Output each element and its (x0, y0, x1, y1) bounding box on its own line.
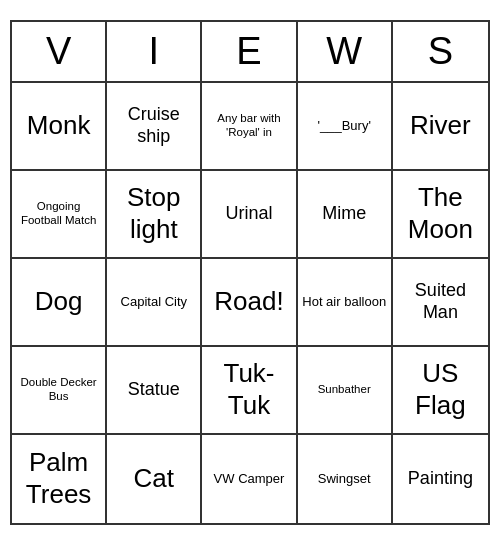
bingo-cell-0: Monk (12, 83, 107, 171)
bingo-cell-text-23: Swingset (318, 471, 371, 487)
bingo-cell-6: Stop light (107, 171, 202, 259)
header-letter-e: E (202, 22, 297, 81)
bingo-cell-text-14: Suited Man (397, 280, 484, 323)
header-letter-i: I (107, 22, 202, 81)
bingo-cell-text-6: Stop light (111, 182, 196, 244)
bingo-cell-4: River (393, 83, 488, 171)
bingo-cell-text-18: Sunbather (318, 383, 371, 397)
bingo-cell-5: Ongoing Football Match (12, 171, 107, 259)
bingo-cell-21: Cat (107, 435, 202, 523)
bingo-cell-text-11: Capital City (121, 294, 187, 310)
bingo-cell-text-5: Ongoing Football Match (16, 200, 101, 228)
bingo-cell-19: US Flag (393, 347, 488, 435)
bingo-cell-8: Mime (298, 171, 393, 259)
bingo-card: VIEWS MonkCruise shipAny bar with 'Royal… (10, 20, 490, 525)
bingo-cell-text-13: Hot air balloon (302, 294, 386, 310)
bingo-cell-text-19: US Flag (397, 358, 484, 420)
bingo-cell-text-15: Double Decker Bus (16, 376, 101, 404)
header-letter-v: V (12, 22, 107, 81)
bingo-cell-text-24: Painting (408, 468, 473, 490)
bingo-cell-22: VW Camper (202, 435, 297, 523)
bingo-cell-13: Hot air balloon (298, 259, 393, 347)
bingo-cell-text-21: Cat (134, 463, 174, 494)
bingo-cell-20: Palm Trees (12, 435, 107, 523)
bingo-cell-14: Suited Man (393, 259, 488, 347)
bingo-cell-text-2: Any bar with 'Royal' in (206, 112, 291, 140)
bingo-cell-11: Capital City (107, 259, 202, 347)
bingo-cell-text-12: Road! (214, 286, 283, 317)
bingo-cell-text-4: River (410, 110, 471, 141)
bingo-cell-12: Road! (202, 259, 297, 347)
bingo-cell-text-9: The Moon (397, 182, 484, 244)
bingo-cell-3: '___Bury' (298, 83, 393, 171)
bingo-cell-text-0: Monk (27, 110, 91, 141)
bingo-cell-18: Sunbather (298, 347, 393, 435)
bingo-cell-text-20: Palm Trees (16, 447, 101, 509)
header-letter-s: S (393, 22, 488, 81)
bingo-cell-23: Swingset (298, 435, 393, 523)
bingo-cell-text-16: Statue (128, 379, 180, 401)
bingo-cell-text-7: Urinal (225, 203, 272, 225)
bingo-cell-text-3: '___Bury' (318, 118, 371, 134)
header-letter-w: W (298, 22, 393, 81)
bingo-cell-text-1: Cruise ship (111, 104, 196, 147)
bingo-cell-2: Any bar with 'Royal' in (202, 83, 297, 171)
bingo-cell-24: Painting (393, 435, 488, 523)
bingo-cell-text-8: Mime (322, 203, 366, 225)
bingo-cell-text-22: VW Camper (214, 471, 285, 487)
bingo-header: VIEWS (12, 22, 488, 83)
bingo-cell-16: Statue (107, 347, 202, 435)
bingo-cell-text-10: Dog (35, 286, 83, 317)
bingo-cell-10: Dog (12, 259, 107, 347)
bingo-cell-1: Cruise ship (107, 83, 202, 171)
bingo-grid: MonkCruise shipAny bar with 'Royal' in'_… (12, 83, 488, 523)
bingo-cell-text-17: Tuk-Tuk (206, 358, 291, 420)
bingo-cell-9: The Moon (393, 171, 488, 259)
bingo-cell-15: Double Decker Bus (12, 347, 107, 435)
bingo-cell-17: Tuk-Tuk (202, 347, 297, 435)
bingo-cell-7: Urinal (202, 171, 297, 259)
